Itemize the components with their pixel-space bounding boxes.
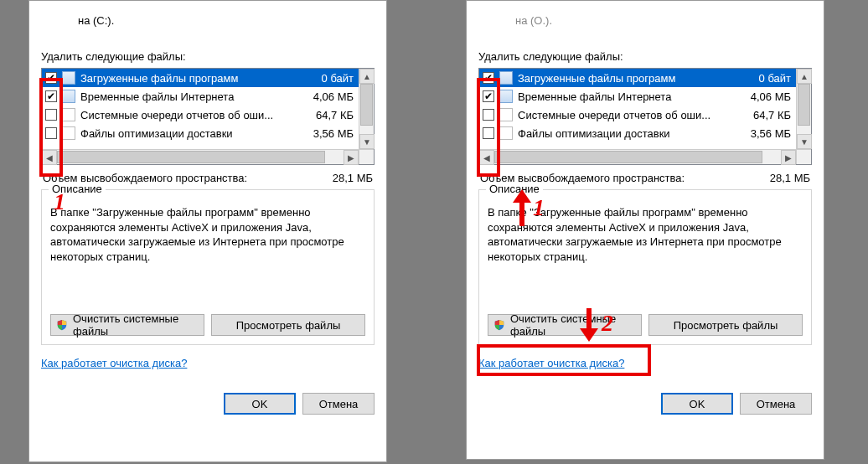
scroll-thumb[interactable] [360, 84, 373, 126]
description-text: В папке "Загруженные файлы программ" вре… [488, 205, 803, 282]
scroll-down-icon[interactable]: ▼ [797, 134, 812, 149]
folder-icon [62, 71, 75, 85]
ok-button[interactable]: OK [224, 393, 296, 415]
scroll-down-icon[interactable]: ▼ [359, 134, 375, 149]
scroll-left-icon[interactable]: ◀ [42, 150, 57, 165]
item-size: 3,56 МБ [751, 127, 791, 140]
horizontal-scrollbar[interactable]: ◀ ▶ [42, 149, 359, 164]
checkbox[interactable] [483, 127, 494, 139]
file-icon [499, 126, 513, 140]
item-size: 64,7 КБ [753, 109, 791, 121]
file-icon [62, 126, 75, 140]
list-item[interactable]: ✔ Загруженные файлы программ 0 байт [42, 69, 359, 87]
item-label: Системные очереди отчетов об оши... [518, 109, 741, 121]
item-label: Загруженные файлы программ [518, 72, 747, 85]
item-label: Системные очереди отчетов об оши... [80, 109, 304, 121]
checkbox[interactable] [45, 127, 57, 139]
item-size: 4,06 МБ [313, 90, 354, 103]
list-item[interactable]: Файлы оптимизации доставки 3,56 МБ [42, 124, 359, 142]
item-size: 0 байт [759, 72, 791, 85]
item-label: Загруженные файлы программ [80, 72, 310, 85]
description-group: Описание В папке "Загруженные файлы прог… [478, 189, 812, 345]
button-label: Просмотреть файлы [236, 319, 341, 332]
item-size: 0 байт [322, 72, 354, 85]
checkbox[interactable]: ✔ [483, 72, 494, 84]
list-item[interactable]: ✔ Загруженные файлы программ 0 байт [479, 69, 796, 87]
shield-icon [493, 319, 505, 331]
list-item[interactable]: ✔ Временные файлы Интернета 4,06 МБ [479, 87, 796, 106]
button-label: Просмотреть файлы [674, 319, 778, 332]
scroll-thumb[interactable] [57, 151, 325, 163]
button-label: Очистить системные файлы [73, 312, 199, 338]
list-item[interactable]: Системные очереди отчетов об оши... 64,7… [479, 106, 796, 124]
file-icon [62, 108, 75, 121]
vertical-scrollbar[interactable]: ▲ ▼ [796, 69, 811, 149]
group-legend: Описание [486, 183, 543, 195]
button-label: OK [690, 398, 705, 410]
scroll-corner [359, 149, 374, 164]
description-text: В папке "Загруженные файлы программ" вре… [50, 205, 365, 282]
list-item[interactable]: Системные очереди отчетов об оши... 64,7… [42, 106, 359, 124]
delete-files-label: Удалить следующие файлы: [41, 50, 375, 63]
delete-files-label: Удалить следующие файлы: [478, 50, 812, 63]
disk-cleanup-dialog-left: на (C:). Удалить следующие файлы: ✔ Загр… [28, 0, 387, 462]
view-files-button[interactable]: Просмотреть файлы [648, 314, 803, 336]
scroll-right-icon[interactable]: ▶ [781, 150, 796, 165]
list-item[interactable]: ✔ Временные файлы Интернета 4,06 МБ [42, 87, 359, 106]
scroll-right-icon[interactable]: ▶ [344, 150, 359, 165]
drive-line: на (C:). [78, 14, 375, 27]
total-value: 28,1 МБ [333, 172, 373, 184]
how-cleanup-works-link[interactable]: Как работает очистка диска? [478, 357, 624, 369]
checkbox[interactable]: ✔ [45, 72, 57, 84]
button-label: Очистить системные файлы [510, 312, 636, 338]
cancel-button[interactable]: Отмена [740, 393, 812, 415]
item-size: 4,06 МБ [751, 90, 791, 103]
scroll-up-icon[interactable]: ▲ [797, 69, 812, 84]
scroll-left-icon[interactable]: ◀ [479, 150, 494, 165]
checkbox[interactable] [483, 109, 494, 121]
file-categories-list: ✔ Загруженные файлы программ 0 байт ✔ Вр… [478, 68, 812, 165]
total-value: 28,1 МБ [770, 172, 810, 184]
folder-icon [499, 71, 513, 85]
button-label: Отмена [757, 398, 796, 410]
vertical-scrollbar[interactable]: ▲ ▼ [359, 69, 374, 149]
item-label: Временные файлы Интернета [80, 90, 302, 103]
item-size: 3,56 МБ [313, 127, 354, 140]
button-label: OK [252, 398, 268, 410]
horizontal-scrollbar[interactable]: ◀ ▶ [479, 149, 796, 164]
file-icon [499, 108, 513, 121]
description-group: Описание В папке "Загруженные файлы прог… [41, 189, 375, 345]
item-label: Файлы оптимизации доставки [80, 127, 302, 140]
ok-button[interactable]: OK [661, 393, 733, 415]
disk-cleanup-dialog-right: на (O.). Удалить следующие файлы: ✔ Загр… [466, 0, 824, 460]
clean-system-files-button[interactable]: Очистить системные файлы [488, 314, 642, 336]
item-size: 64,7 КБ [316, 109, 354, 121]
scroll-corner [796, 149, 811, 164]
folder-icon [499, 90, 513, 103]
scroll-up-icon[interactable]: ▲ [359, 69, 375, 84]
cancel-button[interactable]: Отмена [302, 393, 375, 415]
checkbox[interactable]: ✔ [483, 90, 494, 102]
item-label: Временные файлы Интернета [518, 90, 739, 103]
file-categories-list: ✔ Загруженные файлы программ 0 байт ✔ Вр… [41, 68, 375, 165]
item-label: Файлы оптимизации доставки [518, 127, 739, 140]
group-legend: Описание [49, 183, 106, 195]
list-viewport: ✔ Загруженные файлы программ 0 байт ✔ Вр… [479, 69, 796, 149]
list-viewport: ✔ Загруженные файлы программ 0 байт ✔ Вр… [42, 69, 359, 149]
button-label: Отмена [319, 398, 359, 410]
checkbox[interactable]: ✔ [45, 90, 57, 102]
shield-icon [56, 319, 68, 331]
drive-line: на (O.). [515, 14, 812, 27]
scroll-thumb[interactable] [494, 151, 762, 163]
checkbox[interactable] [45, 109, 57, 121]
view-files-button[interactable]: Просмотреть файлы [211, 314, 365, 336]
scroll-thumb[interactable] [798, 84, 810, 126]
clean-system-files-button[interactable]: Очистить системные файлы [50, 314, 204, 336]
folder-icon [62, 90, 75, 103]
list-item[interactable]: Файлы оптимизации доставки 3,56 МБ [479, 124, 796, 142]
how-cleanup-works-link[interactable]: Как работает очистка диска? [41, 357, 187, 369]
